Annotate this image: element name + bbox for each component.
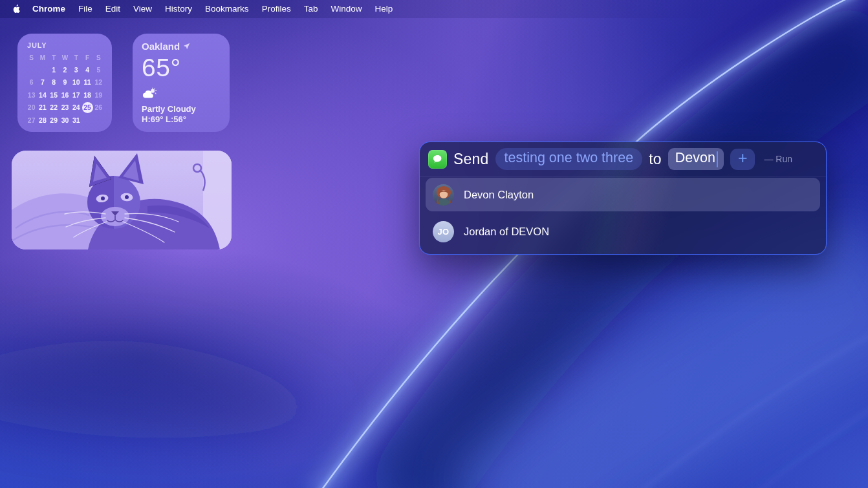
- calendar-day: 6: [26, 77, 37, 88]
- suggestion-list: Devon Clayton JO Jordan of DEVON: [426, 178, 820, 248]
- calendar-day: 26: [93, 102, 104, 113]
- photo-widget[interactable]: [12, 151, 232, 249]
- apple-menu-icon[interactable]: [6, 4, 26, 14]
- message-input[interactable]: testing one two three: [495, 148, 643, 170]
- calendar-day: 15: [49, 89, 60, 100]
- calendar-day: 7: [37, 77, 48, 88]
- contact-avatar-initials: JO: [433, 221, 454, 242]
- calendar-widget[interactable]: JULY SMTWTFS 123456789101112131415161718…: [17, 34, 112, 132]
- calendar-day: 22: [49, 102, 60, 113]
- calendar-day-empty: [93, 114, 104, 125]
- calendar-day: 2: [60, 64, 71, 75]
- menu-items: FileEditViewHistoryBookmarksProfilesTabW…: [72, 0, 399, 18]
- calendar-weekday-label: T: [49, 53, 60, 63]
- calendar-day: 16: [60, 89, 71, 100]
- action-label: Send: [453, 151, 489, 168]
- menu-item-help[interactable]: Help: [368, 0, 399, 18]
- messages-app-icon: [428, 150, 447, 169]
- calendar-day: 9: [60, 77, 71, 88]
- calendar-day: 29: [49, 114, 60, 125]
- calendar-day: 4: [81, 64, 92, 75]
- calendar-day-empty: [81, 114, 92, 125]
- calendar-day: 11: [81, 77, 92, 88]
- recipient-input[interactable]: Devon: [668, 148, 724, 170]
- contact-avatar-photo: [433, 184, 454, 206]
- calendar-day: 24: [71, 102, 81, 113]
- menu-item-file[interactable]: File: [72, 0, 99, 18]
- menu-item-bookmarks[interactable]: Bookmarks: [199, 0, 255, 18]
- calendar-weekday-label: F: [81, 53, 92, 63]
- suggestion-name: Devon Clayton: [464, 189, 534, 201]
- menu-item-history[interactable]: History: [158, 0, 199, 18]
- calendar-day: 19: [93, 89, 104, 100]
- weather-temperature: 65°: [142, 54, 221, 82]
- suggestion-row-jordan-of-devon[interactable]: JO Jordan of DEVON: [426, 215, 820, 248]
- calendar-day: 3: [71, 64, 81, 75]
- text-caret: [717, 151, 719, 167]
- calendar-day: 5: [93, 64, 104, 75]
- connector-label: to: [649, 151, 662, 168]
- run-hint: — Run: [764, 154, 792, 164]
- calendar-day-grid: 1234567891011121314151617181920212223242…: [26, 64, 104, 125]
- calendar-weekday-label: W: [60, 53, 71, 63]
- calendar-day: 21: [37, 102, 48, 113]
- add-recipient-button[interactable]: +: [730, 149, 755, 170]
- weather-location-label: Oakland: [142, 41, 180, 52]
- calendar-day: 28: [37, 114, 48, 125]
- calendar-day: 30: [60, 114, 71, 125]
- calendar-day: 1: [49, 64, 60, 75]
- calendar-day: 10: [71, 77, 81, 88]
- panel-divider: [420, 176, 826, 176]
- calendar-day-empty: [37, 64, 48, 75]
- calendar-day: 31: [71, 114, 81, 125]
- weather-high-low: H:69° L:56°: [142, 114, 221, 124]
- menu-item-view[interactable]: View: [127, 0, 158, 18]
- calendar-day: 13: [26, 89, 37, 100]
- menu-app-name[interactable]: Chrome: [26, 0, 72, 18]
- calendar-day: 23: [60, 102, 71, 113]
- shortcut-panel: Send testing one two three to Devon + — …: [419, 142, 827, 255]
- calendar-day: 27: [26, 114, 37, 125]
- calendar-day: 8: [49, 77, 60, 88]
- suggestion-name: Jordan of DEVON: [464, 226, 549, 238]
- partly-cloudy-icon: [142, 87, 221, 102]
- recipient-text: Devon: [675, 150, 715, 166]
- calendar-weekday-label: T: [71, 53, 81, 63]
- command-row: Send testing one two three to Devon + — …: [420, 142, 826, 176]
- calendar-weekday-label: S: [26, 53, 37, 63]
- weather-widget[interactable]: Oakland 65° Partly Cloudy H:69° L:56°: [133, 34, 230, 132]
- calendar-day: 12: [93, 77, 104, 88]
- calendar-day: 25: [82, 102, 93, 113]
- menu-item-window[interactable]: Window: [324, 0, 368, 18]
- menu-item-profiles[interactable]: Profiles: [255, 0, 298, 18]
- menu-item-edit[interactable]: Edit: [99, 0, 127, 18]
- location-arrow-icon: [183, 43, 190, 50]
- menu-item-tab[interactable]: Tab: [298, 0, 325, 18]
- calendar-day: 18: [81, 89, 92, 100]
- calendar-month-label: JULY: [27, 41, 104, 49]
- calendar-day: 20: [26, 102, 37, 113]
- calendar-weekday-row: SMTWTFS: [26, 53, 104, 63]
- cat-photo: [12, 151, 232, 249]
- calendar-day: 14: [37, 89, 48, 100]
- calendar-weekday-label: S: [93, 53, 104, 63]
- calendar-weekday-label: M: [37, 53, 48, 63]
- suggestion-row-devon-clayton[interactable]: Devon Clayton: [426, 178, 820, 211]
- menu-bar: Chrome FileEditViewHistoryBookmarksProfi…: [0, 0, 868, 18]
- calendar-day: 17: [71, 89, 81, 100]
- calendar-day-empty: [26, 64, 37, 75]
- weather-condition: Partly Cloudy: [142, 104, 221, 114]
